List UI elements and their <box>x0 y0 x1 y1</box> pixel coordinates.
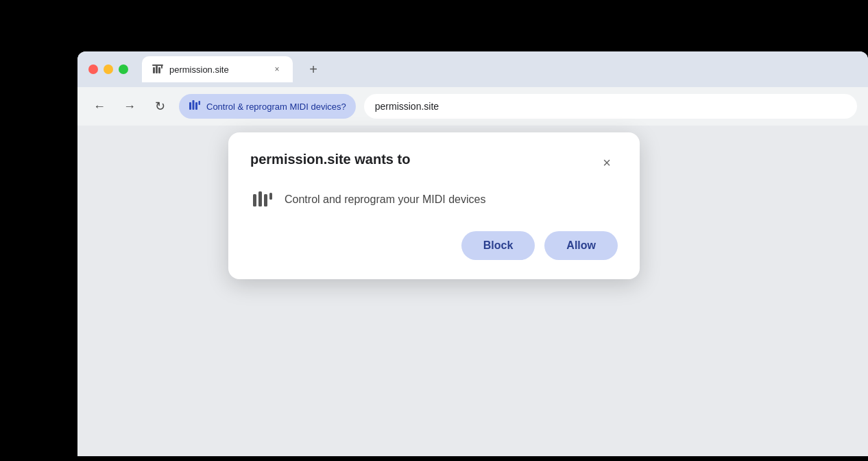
tab-title: permission.site <box>169 64 265 75</box>
page-content: permission.site wants to × Control and r… <box>77 126 868 456</box>
permission-description: Control and reprogram your MIDI devices <box>285 193 485 206</box>
reload-button[interactable]: ↻ <box>149 95 171 117</box>
dialog-header: permission.site wants to × <box>250 152 618 174</box>
permission-dialog: permission.site wants to × Control and r… <box>228 132 640 279</box>
window-controls <box>88 64 128 74</box>
dialog-permission-row: Control and reprogram your MIDI devices <box>250 187 618 212</box>
midi-permission-icon <box>189 99 201 114</box>
tab-favicon-icon <box>152 63 164 75</box>
address-bar[interactable]: permission.site <box>364 94 857 119</box>
close-window-button[interactable] <box>88 64 98 74</box>
browser-tab[interactable]: permission.site × <box>142 56 293 82</box>
svg-rect-0 <box>153 67 155 73</box>
svg-rect-10 <box>258 191 262 206</box>
dialog-title: permission.site wants to <box>250 152 410 167</box>
address-bar-value: permission.site <box>375 101 439 112</box>
dialog-actions: Block Allow <box>250 231 618 260</box>
back-button[interactable]: ← <box>88 95 110 117</box>
browser-window: permission.site × + ← → ↻ Control & repr… <box>77 51 868 456</box>
midi-device-icon <box>250 187 275 212</box>
svg-rect-11 <box>264 194 267 206</box>
forward-button[interactable]: → <box>119 95 141 117</box>
title-bar: permission.site × + <box>77 51 868 87</box>
svg-rect-5 <box>189 102 191 110</box>
permission-pill[interactable]: Control & reprogram MIDI devices? <box>179 94 356 119</box>
allow-button[interactable]: Allow <box>544 231 618 260</box>
tab-close-button[interactable]: × <box>271 63 283 75</box>
svg-rect-7 <box>195 102 197 110</box>
permission-pill-text: Control & reprogram MIDI devices? <box>206 102 346 112</box>
svg-rect-8 <box>199 101 201 105</box>
svg-rect-4 <box>152 64 163 66</box>
svg-rect-9 <box>253 194 256 206</box>
minimize-window-button[interactable] <box>104 64 113 74</box>
nav-bar: ← → ↻ Control & reprogram MIDI devices? … <box>77 87 868 126</box>
dialog-close-button[interactable]: × <box>596 152 618 174</box>
new-tab-button[interactable]: + <box>304 60 323 79</box>
svg-rect-12 <box>269 193 272 200</box>
svg-rect-1 <box>156 66 158 73</box>
svg-rect-2 <box>158 67 160 73</box>
block-button[interactable]: Block <box>461 231 535 260</box>
maximize-window-button[interactable] <box>119 64 128 74</box>
svg-rect-6 <box>193 100 195 110</box>
